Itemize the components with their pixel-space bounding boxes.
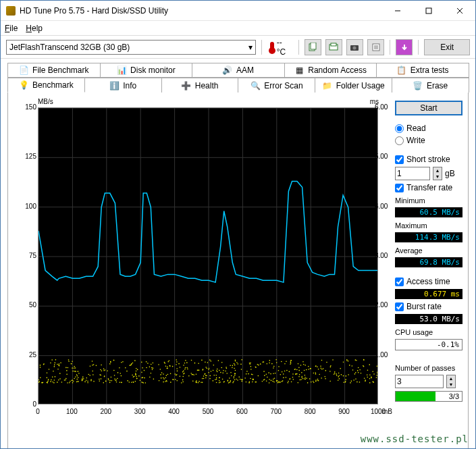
close-button[interactable]: [444, 1, 475, 20]
svg-point-99: [58, 379, 59, 381]
svg-point-383: [235, 359, 236, 361]
svg-point-265: [242, 379, 243, 381]
maximize-button[interactable]: [413, 1, 444, 20]
svg-rect-7: [331, 43, 336, 46]
tab-extra-tests[interactable]: 📋Extra tests: [376, 63, 469, 78]
svg-point-60: [141, 372, 142, 373]
read-radio[interactable]: [395, 124, 404, 133]
tab-error-scan[interactable]: 🔍Error Scan: [238, 78, 315, 93]
svg-point-450: [302, 378, 304, 379]
passes-input[interactable]: [395, 375, 444, 388]
menu-help[interactable]: Help: [26, 24, 43, 33]
copy-info-button[interactable]: [305, 39, 321, 55]
svg-point-163: [114, 379, 115, 380]
access-time-check[interactable]: [395, 278, 404, 286]
svg-point-280: [207, 362, 209, 363]
passes-spinner[interactable]: ▲▼: [446, 375, 456, 388]
svg-point-482: [100, 369, 101, 371]
tab-health[interactable]: ➕Health: [161, 78, 239, 93]
menu-file[interactable]: File: [5, 24, 18, 33]
tab-folder-usage[interactable]: 📁Folder Usage: [315, 78, 392, 93]
tab-disk-monitor[interactable]: 📊Disk monitor: [100, 63, 193, 78]
svg-point-293: [184, 363, 186, 364]
svg-point-605: [101, 378, 102, 379]
tab-info[interactable]: ℹ️Info: [84, 78, 162, 93]
svg-point-595: [300, 379, 302, 380]
tab-benchmark[interactable]: 💡Benchmark: [7, 78, 85, 93]
svg-point-448: [186, 367, 188, 369]
exit-button[interactable]: Exit: [424, 39, 470, 55]
svg-point-221: [183, 365, 184, 366]
short-stroke-check[interactable]: [395, 155, 404, 164]
svg-point-212: [163, 373, 164, 375]
tab-file-benchmark[interactable]: 📄File Benchmark: [7, 63, 101, 78]
svg-point-347: [343, 375, 344, 377]
svg-point-296: [73, 381, 74, 382]
svg-point-164: [176, 359, 177, 361]
svg-point-556: [276, 362, 277, 363]
copy-screenshot-button[interactable]: [325, 39, 342, 55]
short-stroke-spinner[interactable]: ▲▼: [433, 167, 442, 180]
access-time-value: 0.677 ms: [395, 289, 462, 299]
svg-point-42: [184, 369, 186, 370]
svg-point-345: [290, 363, 292, 364]
y-axis-left-label: MB/s: [38, 98, 53, 105]
svg-point-137: [269, 363, 270, 364]
svg-point-193: [304, 370, 305, 371]
svg-point-503: [284, 363, 286, 365]
transfer-rate-check[interactable]: [395, 184, 404, 192]
svg-point-533: [263, 371, 265, 372]
svg-point-365: [273, 379, 274, 380]
search-icon: 🔍: [250, 81, 260, 90]
svg-point-514: [74, 371, 76, 372]
minimum-label: Minimum: [395, 196, 462, 205]
separator: [261, 40, 262, 55]
short-stroke-input[interactable]: [395, 167, 430, 180]
svg-point-211: [292, 373, 294, 375]
tab-erase[interactable]: 🗑️Erase: [392, 78, 469, 93]
svg-point-540: [209, 368, 210, 369]
svg-point-152: [305, 377, 306, 378]
svg-point-504: [226, 367, 227, 368]
svg-point-536: [107, 370, 108, 371]
save-button[interactable]: [396, 39, 413, 55]
tab-random-access[interactable]: ▦Random Access: [284, 63, 377, 78]
svg-point-579: [275, 373, 276, 374]
svg-point-61: [336, 375, 338, 376]
write-radio[interactable]: [395, 136, 404, 145]
svg-point-208: [55, 363, 56, 364]
svg-point-160: [351, 381, 352, 382]
options-button[interactable]: [367, 39, 384, 55]
svg-point-453: [301, 377, 302, 379]
svg-point-328: [280, 382, 281, 384]
tab-aam[interactable]: 🔊AAM: [192, 63, 285, 78]
start-button[interactable]: Start: [395, 101, 462, 115]
svg-point-110: [170, 381, 171, 383]
svg-point-69: [65, 379, 66, 381]
svg-point-47: [230, 380, 232, 381]
svg-point-607: [161, 377, 162, 379]
svg-point-513: [113, 370, 115, 371]
svg-point-559: [205, 377, 207, 379]
svg-point-392: [258, 365, 259, 366]
svg-point-272: [346, 359, 348, 361]
svg-point-426: [86, 379, 87, 381]
svg-point-248: [290, 361, 292, 363]
svg-point-57: [59, 378, 61, 379]
minimize-button[interactable]: [382, 1, 413, 20]
svg-point-593: [246, 373, 247, 375]
svg-point-276: [43, 382, 44, 384]
average-label: Average: [395, 246, 462, 255]
burst-rate-check[interactable]: [395, 302, 404, 311]
drive-select[interactable]: JetFlashTranscend 32GB (30 gB) ▾: [6, 40, 256, 55]
svg-point-350: [108, 378, 109, 379]
svg-point-449: [291, 381, 292, 383]
svg-point-331: [105, 369, 106, 371]
svg-point-200: [367, 377, 368, 378]
svg-point-165: [165, 381, 166, 382]
minimum-value: 60.5 MB/s: [395, 207, 462, 217]
svg-point-159: [226, 368, 228, 369]
screenshot-button[interactable]: [346, 39, 363, 55]
svg-point-232: [210, 361, 211, 362]
svg-point-191: [84, 381, 86, 383]
